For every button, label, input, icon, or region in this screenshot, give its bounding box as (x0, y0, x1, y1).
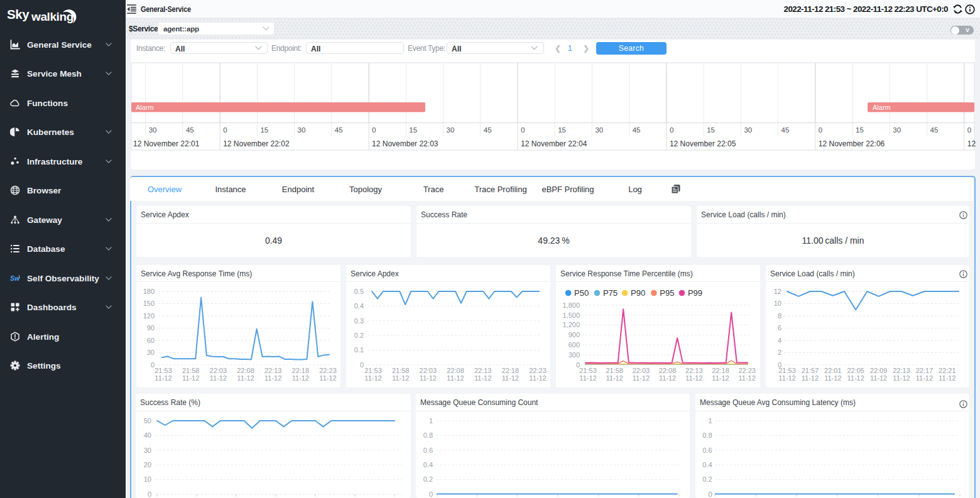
svg-text:Sw: Sw (10, 274, 20, 282)
